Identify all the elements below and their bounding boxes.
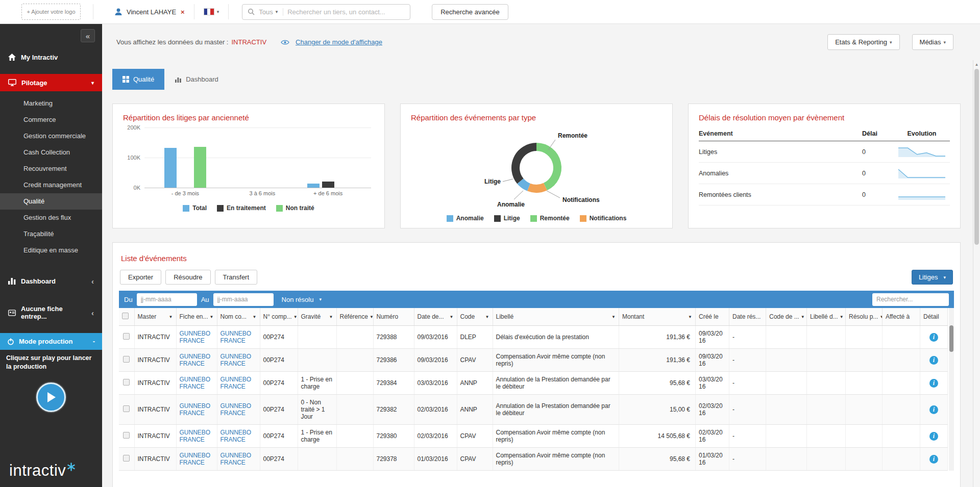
sort-caret-icon[interactable]: ▼	[169, 315, 173, 319]
sidebar-item-editique-en-masse[interactable]: Editique en masse	[0, 242, 102, 259]
reports-dropdown-button[interactable]: Etats & Reporting ▾	[827, 34, 899, 50]
detail-info-icon[interactable]: i	[929, 379, 938, 388]
sidebar-item-qualit-[interactable]: Qualité	[0, 193, 102, 210]
link-nom[interactable]: GUNNEBO FRANCE	[220, 353, 252, 367]
sidebar-item-recouvrement[interactable]: Recouvrement	[0, 161, 102, 177]
sidebar-item-my-intractiv[interactable]: My Intractiv	[0, 47, 102, 67]
row-checkbox[interactable]	[123, 405, 130, 412]
collapse-sidebar-button[interactable]: «	[81, 29, 95, 42]
sidebar-item-commerce[interactable]: Commerce	[0, 112, 102, 128]
status-filter-dropdown[interactable]: Non résolu ▾	[282, 296, 322, 303]
play-production-button[interactable]	[36, 382, 66, 412]
advanced-search-button[interactable]: Recherche avancée	[432, 4, 508, 20]
select-all-checkbox[interactable]	[122, 313, 129, 319]
sort-caret-icon[interactable]: ▼	[611, 315, 616, 319]
add-logo-button[interactable]: + Ajouter votre logo	[21, 4, 81, 20]
tab-qualite[interactable]: Qualité	[112, 69, 164, 90]
collapse-minus-icon[interactable]: -	[93, 338, 95, 345]
user-chip[interactable]: Vincent LAHAYE ×	[114, 7, 185, 16]
link-nom[interactable]: GUNNEBO FRANCE	[220, 402, 252, 417]
mode-production-bar[interactable]: Mode production -	[0, 333, 102, 350]
sidebar-item-dashboard[interactable]: Dashboard ‹	[0, 272, 102, 290]
export-button[interactable]: Exporter	[120, 270, 161, 285]
sidebar-item-gestion-des-flux[interactable]: Gestion des flux	[0, 210, 102, 226]
link-fiche[interactable]: GUNNEBO FRANCE	[180, 330, 211, 344]
sidebar-item-cash-collection[interactable]: Cash Collection	[0, 144, 102, 161]
search-scope-dropdown[interactable]: Tous ▾	[255, 8, 283, 16]
scroll-up-arrow[interactable]: ▲	[973, 60, 980, 68]
detail-info-icon[interactable]: i	[929, 356, 938, 365]
column-header-libell-[interactable]: Libellé▼	[493, 308, 619, 326]
cell-libelle_res	[807, 326, 846, 349]
column-header-n-comp-[interactable]: N° comp...▼	[260, 308, 298, 326]
transfer-button[interactable]: Transfert	[215, 270, 258, 285]
sort-caret-icon[interactable]: ▼	[329, 315, 333, 319]
remove-user-icon[interactable]: ×	[181, 8, 185, 16]
link-nom[interactable]: GUNNEBO FRANCE	[220, 330, 252, 344]
link-nom[interactable]: GUNNEBO FRANCE	[220, 376, 252, 390]
sidebar-item-company-sheet[interactable]: Aucune fiche entrep... ‹	[0, 303, 102, 322]
sort-caret-icon[interactable]: ▼	[485, 315, 489, 319]
sidebar-item-credit-management[interactable]: Credit management	[0, 177, 102, 193]
row-checkbox[interactable]	[123, 379, 130, 386]
column-header-code-de-[interactable]: Code de ...▼	[766, 308, 807, 326]
language-selector[interactable]: ▾	[204, 8, 219, 15]
column-header-nom-co-[interactable]: Nom co...▼	[217, 308, 260, 326]
link-nom[interactable]: GUNNEBO FRANCE	[220, 429, 252, 443]
events-scrollbar[interactable]	[949, 308, 954, 471]
resolve-button[interactable]: Résoudre	[165, 270, 210, 285]
to-date-input[interactable]	[213, 293, 274, 306]
main-scrollbar[interactable]: ▲	[973, 60, 980, 487]
column-header-fiche-en-[interactable]: Fiche en...▼	[176, 308, 217, 326]
row-checkbox[interactable]	[123, 432, 130, 439]
sort-caret-icon[interactable]: ▼	[840, 315, 844, 319]
row-checkbox[interactable]	[123, 455, 130, 462]
sidebar-item-gestion-commerciale[interactable]: Gestion commerciale	[0, 128, 102, 144]
tab-dashboard[interactable]: Dashboard	[164, 69, 229, 90]
link-fiche[interactable]: GUNNEBO FRANCE	[180, 376, 211, 390]
link-fiche[interactable]: GUNNEBO FRANCE	[180, 353, 211, 367]
link-nom[interactable]: GUNNEBO FRANCE	[220, 452, 252, 466]
sort-caret-icon[interactable]: ▼	[450, 315, 454, 319]
detail-info-icon[interactable]: i	[929, 333, 938, 342]
column-header-master[interactable]: Master▼	[134, 308, 176, 326]
sidebar-item-pilotage[interactable]: Pilotage ▾	[0, 74, 102, 91]
sort-caret-icon[interactable]: ▼	[293, 315, 298, 319]
column-header-affect-[interactable]: Affecté à	[883, 308, 920, 326]
column-header-code[interactable]: Code▼	[457, 308, 493, 326]
search-input[interactable]	[287, 8, 405, 16]
sort-caret-icon[interactable]: ▼	[801, 315, 805, 319]
column-header-cr-le[interactable]: Créé le	[696, 308, 729, 326]
column-header-date-de-[interactable]: Date de...▼	[414, 308, 457, 326]
sort-caret-icon[interactable]: ▼	[370, 315, 373, 319]
detail-info-icon[interactable]: i	[929, 405, 938, 414]
detail-info-icon[interactable]: i	[929, 432, 938, 441]
sidebar-item-marketing[interactable]: Marketing	[0, 95, 102, 112]
events-search-input[interactable]	[872, 293, 949, 306]
sort-caret-icon[interactable]: ▼	[253, 315, 257, 319]
sort-caret-icon[interactable]: ▼	[879, 315, 882, 319]
column-header-gravit-[interactable]: Gravité▼	[298, 308, 336, 326]
column-header-r-f-rence[interactable]: Référence▼	[336, 308, 373, 326]
column-header-r-solu-p-[interactable]: Résolu p...▼	[846, 308, 883, 326]
select-all-header[interactable]	[119, 308, 134, 326]
from-date-input[interactable]	[137, 293, 197, 306]
row-checkbox[interactable]	[123, 333, 130, 340]
detail-info-icon[interactable]: i	[929, 455, 938, 464]
litiges-dropdown-button[interactable]: Litiges ▾	[912, 270, 953, 285]
column-header-montant[interactable]: Montant▼	[619, 308, 696, 326]
column-header-num-ro[interactable]: Numéro	[373, 308, 414, 326]
link-fiche[interactable]: GUNNEBO FRANCE	[180, 402, 211, 417]
media-dropdown-button[interactable]: Médias ▾	[912, 34, 953, 50]
link-fiche[interactable]: GUNNEBO FRANCE	[180, 452, 211, 466]
change-display-mode-link[interactable]: Changer de mode d'affichage	[296, 38, 382, 46]
row-checkbox[interactable]	[123, 356, 130, 363]
sidebar-item-tra-abilit-[interactable]: Traçabilité	[0, 226, 102, 242]
sort-caret-icon[interactable]: ▼	[210, 315, 214, 319]
column-header-d-tail[interactable]: Détail	[920, 308, 948, 326]
link-fiche[interactable]: GUNNEBO FRANCE	[180, 429, 211, 443]
column-header-date-r-s-[interactable]: Date rés...	[729, 308, 766, 326]
column-header-libell-d-[interactable]: Libellé d...▼	[807, 308, 846, 326]
scroll-thumb[interactable]	[974, 69, 979, 245]
sort-caret-icon[interactable]: ▼	[688, 315, 692, 319]
